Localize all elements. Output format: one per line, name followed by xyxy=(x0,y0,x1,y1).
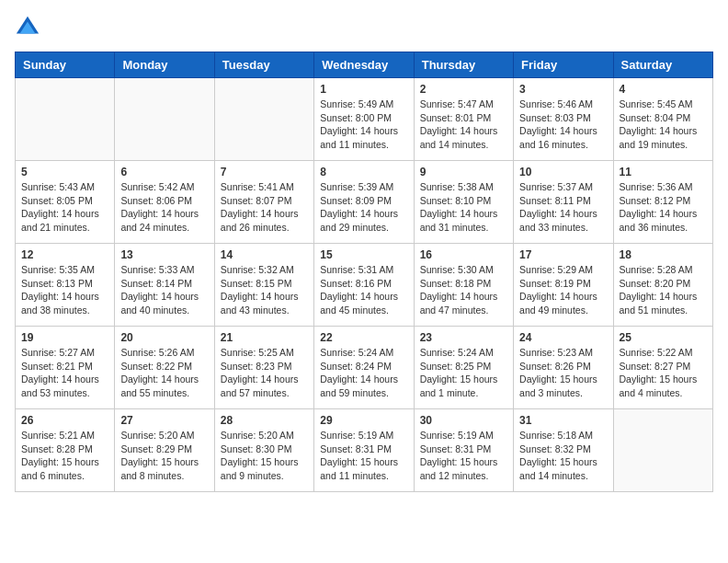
day-number: 12 xyxy=(21,248,108,261)
calendar-cell: 18Sunrise: 5:28 AMSunset: 8:20 PMDayligh… xyxy=(613,244,712,327)
day-info: Sunrise: 5:29 AMSunset: 8:19 PMDaylight:… xyxy=(519,263,607,317)
day-info: Sunrise: 5:24 AMSunset: 8:24 PMDaylight:… xyxy=(320,346,407,400)
day-info: Sunrise: 5:21 AMSunset: 8:28 PMDaylight:… xyxy=(21,429,108,483)
logo-icon xyxy=(15,15,40,40)
calendar-cell: 10Sunrise: 5:37 AMSunset: 8:11 PMDayligh… xyxy=(514,161,613,244)
day-info: Sunrise: 5:30 AMSunset: 8:18 PMDaylight:… xyxy=(420,263,507,317)
calendar-cell: 28Sunrise: 5:20 AMSunset: 8:30 PMDayligh… xyxy=(214,409,313,492)
day-info: Sunrise: 5:38 AMSunset: 8:10 PMDaylight:… xyxy=(420,180,507,235)
day-number: 29 xyxy=(320,414,407,427)
calendar-row: 12Sunrise: 5:35 AMSunset: 8:13 PMDayligh… xyxy=(16,244,713,327)
day-number: 10 xyxy=(519,166,607,178)
day-number: 30 xyxy=(420,414,507,427)
calendar-row: 19Sunrise: 5:27 AMSunset: 8:21 PMDayligh… xyxy=(16,327,713,409)
weekday-header-row: SundayMondayTuesdayWednesdayThursdayFrid… xyxy=(16,52,713,78)
weekday-header-friday: Friday xyxy=(514,52,613,78)
day-number: 16 xyxy=(420,248,507,261)
calendar-cell xyxy=(16,78,115,161)
day-number: 19 xyxy=(21,331,108,344)
day-number: 18 xyxy=(620,248,707,261)
day-info: Sunrise: 5:35 AMSunset: 8:13 PMDaylight:… xyxy=(21,263,108,317)
calendar-cell: 31Sunrise: 5:18 AMSunset: 8:32 PMDayligh… xyxy=(514,409,613,492)
day-number: 9 xyxy=(420,166,507,178)
calendar-cell: 23Sunrise: 5:24 AMSunset: 8:25 PMDayligh… xyxy=(414,327,513,409)
day-info: Sunrise: 5:20 AMSunset: 8:29 PMDaylight:… xyxy=(120,429,208,483)
day-number: 31 xyxy=(519,414,607,427)
day-info: Sunrise: 5:26 AMSunset: 8:22 PMDaylight:… xyxy=(120,346,208,400)
day-number: 4 xyxy=(620,83,707,96)
calendar-cell xyxy=(214,78,313,161)
day-info: Sunrise: 5:39 AMSunset: 8:09 PMDaylight:… xyxy=(320,180,407,235)
day-number: 8 xyxy=(320,166,407,178)
day-info: Sunrise: 5:42 AMSunset: 8:06 PMDaylight:… xyxy=(120,180,208,235)
day-number: 5 xyxy=(21,166,108,178)
calendar-cell xyxy=(613,409,712,492)
calendar-cell: 5Sunrise: 5:43 AMSunset: 8:05 PMDaylight… xyxy=(16,161,115,244)
day-info: Sunrise: 5:18 AMSunset: 8:32 PMDaylight:… xyxy=(519,429,607,483)
day-number: 15 xyxy=(320,248,407,261)
calendar-cell: 17Sunrise: 5:29 AMSunset: 8:19 PMDayligh… xyxy=(514,244,613,327)
day-info: Sunrise: 5:31 AMSunset: 8:16 PMDaylight:… xyxy=(320,263,407,317)
weekday-header-saturday: Saturday xyxy=(613,52,712,78)
day-info: Sunrise: 5:19 AMSunset: 8:31 PMDaylight:… xyxy=(320,429,407,483)
calendar-cell: 29Sunrise: 5:19 AMSunset: 8:31 PMDayligh… xyxy=(314,409,414,492)
day-info: Sunrise: 5:49 AMSunset: 8:00 PMDaylight:… xyxy=(320,98,407,152)
calendar-cell: 8Sunrise: 5:39 AMSunset: 8:09 PMDaylight… xyxy=(314,161,414,244)
day-number: 1 xyxy=(320,83,407,96)
day-info: Sunrise: 5:32 AMSunset: 8:15 PMDaylight:… xyxy=(221,263,308,317)
day-info: Sunrise: 5:27 AMSunset: 8:21 PMDaylight:… xyxy=(21,346,108,400)
day-info: Sunrise: 5:47 AMSunset: 8:01 PMDaylight:… xyxy=(420,98,507,152)
day-number: 2 xyxy=(420,83,507,96)
day-number: 24 xyxy=(519,331,607,344)
calendar-cell: 1Sunrise: 5:49 AMSunset: 8:00 PMDaylight… xyxy=(314,78,414,161)
weekday-header-sunday: Sunday xyxy=(16,52,115,78)
calendar-cell: 6Sunrise: 5:42 AMSunset: 8:06 PMDaylight… xyxy=(115,161,214,244)
day-info: Sunrise: 5:46 AMSunset: 8:03 PMDaylight:… xyxy=(519,98,607,152)
day-number: 23 xyxy=(420,331,507,344)
weekday-header-monday: Monday xyxy=(115,52,214,78)
calendar-cell: 30Sunrise: 5:19 AMSunset: 8:31 PMDayligh… xyxy=(414,409,513,492)
calendar-cell: 2Sunrise: 5:47 AMSunset: 8:01 PMDaylight… xyxy=(414,78,513,161)
calendar-table: SundayMondayTuesdayWednesdayThursdayFrid… xyxy=(15,52,713,492)
day-number: 6 xyxy=(120,166,208,178)
day-info: Sunrise: 5:19 AMSunset: 8:31 PMDaylight:… xyxy=(420,429,507,483)
day-number: 27 xyxy=(120,414,208,427)
day-number: 28 xyxy=(221,414,308,427)
day-number: 25 xyxy=(620,331,707,344)
day-info: Sunrise: 5:28 AMSunset: 8:20 PMDaylight:… xyxy=(620,263,707,317)
calendar-cell xyxy=(115,78,214,161)
day-info: Sunrise: 5:45 AMSunset: 8:04 PMDaylight:… xyxy=(620,98,707,152)
day-number: 11 xyxy=(620,166,707,178)
day-number: 3 xyxy=(519,83,607,96)
weekday-header-wednesday: Wednesday xyxy=(314,52,414,78)
day-info: Sunrise: 5:20 AMSunset: 8:30 PMDaylight:… xyxy=(221,429,308,483)
day-number: 13 xyxy=(120,248,208,261)
day-info: Sunrise: 5:43 AMSunset: 8:05 PMDaylight:… xyxy=(21,180,108,235)
calendar-cell: 9Sunrise: 5:38 AMSunset: 8:10 PMDaylight… xyxy=(414,161,513,244)
calendar-cell: 24Sunrise: 5:23 AMSunset: 8:26 PMDayligh… xyxy=(514,327,613,409)
day-info: Sunrise: 5:22 AMSunset: 8:27 PMDaylight:… xyxy=(620,346,707,400)
calendar-cell: 13Sunrise: 5:33 AMSunset: 8:14 PMDayligh… xyxy=(115,244,214,327)
calendar-row: 26Sunrise: 5:21 AMSunset: 8:28 PMDayligh… xyxy=(16,409,713,492)
calendar-cell: 3Sunrise: 5:46 AMSunset: 8:03 PMDaylight… xyxy=(514,78,613,161)
calendar-cell: 21Sunrise: 5:25 AMSunset: 8:23 PMDayligh… xyxy=(214,327,313,409)
weekday-header-thursday: Thursday xyxy=(414,52,513,78)
calendar-cell: 12Sunrise: 5:35 AMSunset: 8:13 PMDayligh… xyxy=(16,244,115,327)
calendar-cell: 26Sunrise: 5:21 AMSunset: 8:28 PMDayligh… xyxy=(16,409,115,492)
calendar-cell: 20Sunrise: 5:26 AMSunset: 8:22 PMDayligh… xyxy=(115,327,214,409)
day-info: Sunrise: 5:33 AMSunset: 8:14 PMDaylight:… xyxy=(120,263,208,317)
day-info: Sunrise: 5:23 AMSunset: 8:26 PMDaylight:… xyxy=(519,346,607,400)
day-info: Sunrise: 5:41 AMSunset: 8:07 PMDaylight:… xyxy=(221,180,308,235)
calendar-cell: 16Sunrise: 5:30 AMSunset: 8:18 PMDayligh… xyxy=(414,244,513,327)
day-info: Sunrise: 5:36 AMSunset: 8:12 PMDaylight:… xyxy=(620,180,707,235)
page-header xyxy=(15,15,713,40)
day-number: 17 xyxy=(519,248,607,261)
weekday-header-tuesday: Tuesday xyxy=(214,52,313,78)
calendar-cell: 11Sunrise: 5:36 AMSunset: 8:12 PMDayligh… xyxy=(613,161,712,244)
day-info: Sunrise: 5:25 AMSunset: 8:23 PMDaylight:… xyxy=(221,346,308,400)
calendar-cell: 19Sunrise: 5:27 AMSunset: 8:21 PMDayligh… xyxy=(16,327,115,409)
day-number: 14 xyxy=(221,248,308,261)
calendar-cell: 15Sunrise: 5:31 AMSunset: 8:16 PMDayligh… xyxy=(314,244,414,327)
day-info: Sunrise: 5:37 AMSunset: 8:11 PMDaylight:… xyxy=(519,180,607,235)
day-number: 7 xyxy=(221,166,308,178)
